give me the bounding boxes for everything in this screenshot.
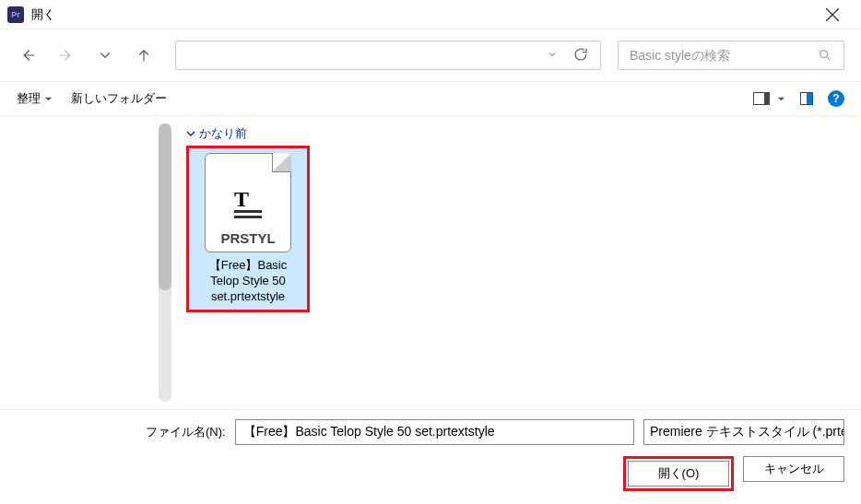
chevron-down-icon <box>186 129 195 138</box>
search-icon <box>818 48 832 63</box>
filter-select[interactable]: Premiere テキストスタイル (*.prtext <box>643 419 844 445</box>
nav-bar <box>0 29 861 81</box>
toolbar-right: ? <box>753 90 844 107</box>
open-button-highlight: 開く(O) <box>623 456 734 491</box>
filename-label: ファイル名(N): <box>17 424 226 440</box>
group-label: かなり前 <box>199 125 247 142</box>
nav-scrollbar[interactable] <box>159 123 171 402</box>
file-ext-label: PRSTYL <box>220 230 275 246</box>
filename-input[interactable] <box>235 419 634 445</box>
chevron-down-icon <box>547 49 558 60</box>
open-button[interactable]: 開く(O) <box>628 461 729 486</box>
caret-down-icon <box>777 95 785 103</box>
arrow-up-icon <box>136 47 152 64</box>
preview-pane-button[interactable] <box>800 92 813 105</box>
organize-button[interactable]: 整理 <box>17 90 53 107</box>
filename-row: ファイル名(N): Premiere テキストスタイル (*.prtext <box>17 419 844 445</box>
filter-label: Premiere テキストスタイル (*.prtext <box>650 424 844 440</box>
thumbnails-icon <box>753 92 770 105</box>
search-box[interactable] <box>618 41 844 70</box>
preview-pane-icon <box>800 92 813 105</box>
recent-button[interactable] <box>94 44 116 66</box>
close-icon <box>824 6 841 23</box>
cancel-button[interactable]: キャンセル <box>743 456 844 482</box>
group-header[interactable]: かなり前 <box>186 125 846 142</box>
file-item-selected[interactable]: T PRSTYL 【Free】Basic Telop Style 50 set.… <box>186 146 310 312</box>
chevron-down-icon <box>97 47 113 64</box>
file-list-area[interactable]: かなり前 T PRSTYL 【Free】Basic Telop Style 50… <box>171 116 861 409</box>
button-row: 開く(O) キャンセル <box>17 456 844 491</box>
organize-label: 整理 <box>17 90 41 107</box>
text-style-icon: T <box>234 188 262 218</box>
bottom-panel: ファイル名(N): Premiere テキストスタイル (*.prtext 開く… <box>0 409 861 504</box>
title-bar: Pr 開く <box>0 0 861 29</box>
nav-tree-panel[interactable] <box>0 116 159 409</box>
content-area: かなり前 T PRSTYL 【Free】Basic Telop Style 50… <box>0 116 861 409</box>
help-button[interactable]: ? <box>828 90 844 107</box>
arrow-right-icon <box>58 47 75 64</box>
refresh-icon <box>572 46 589 63</box>
back-button[interactable] <box>17 44 39 66</box>
search-input[interactable] <box>630 48 818 63</box>
address-bar[interactable] <box>175 41 601 70</box>
scrollbar-thumb[interactable] <box>159 123 171 290</box>
view-button[interactable] <box>753 92 785 105</box>
new-folder-label: 新しいフォルダー <box>71 90 167 107</box>
address-dropdown[interactable] <box>547 48 558 63</box>
app-icon: Pr <box>7 6 24 23</box>
caret-down-icon <box>44 95 53 103</box>
new-folder-button[interactable]: 新しいフォルダー <box>71 90 167 107</box>
forward-button[interactable] <box>55 44 77 66</box>
close-button[interactable] <box>811 0 854 29</box>
file-thumbnail: T PRSTYL <box>205 153 291 252</box>
arrow-left-icon <box>19 47 36 64</box>
up-button[interactable] <box>133 44 155 66</box>
refresh-button[interactable] <box>569 46 593 65</box>
toolbar: 整理 新しいフォルダー ? <box>0 81 861 116</box>
window-title: 開く <box>31 6 811 23</box>
svg-point-0 <box>820 51 828 58</box>
file-name-label: 【Free】Basic Telop Style 50 set.prtextsty… <box>194 258 302 305</box>
